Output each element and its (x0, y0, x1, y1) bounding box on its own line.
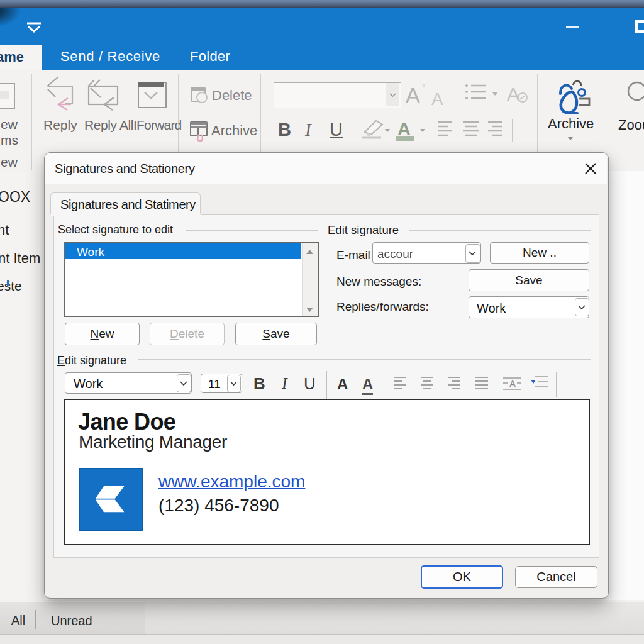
svg-text:A: A (509, 378, 516, 389)
